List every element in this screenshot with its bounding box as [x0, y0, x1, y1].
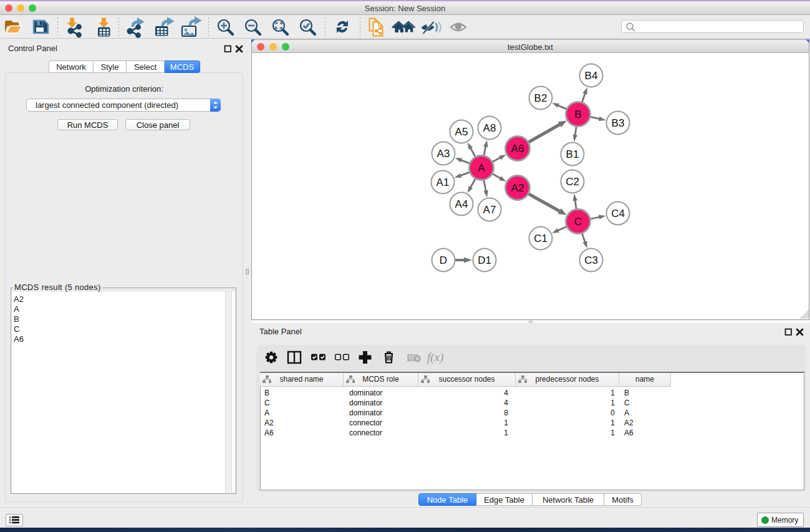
svg-text:A5: A5	[455, 126, 468, 138]
svg-text:A3: A3	[437, 148, 450, 160]
svg-text:A8: A8	[483, 122, 496, 134]
svg-text:A6: A6	[511, 143, 524, 155]
svg-text:B2: B2	[534, 92, 547, 104]
svg-text:B1: B1	[566, 148, 579, 160]
svg-text:B: B	[574, 109, 581, 120]
svg-text:C2: C2	[566, 176, 579, 188]
svg-text:C4: C4	[611, 208, 625, 220]
svg-text:D: D	[440, 254, 447, 266]
svg-text:C1: C1	[534, 233, 547, 244]
svg-text:A: A	[478, 162, 485, 174]
svg-text:A1: A1	[436, 177, 450, 188]
svg-text:C: C	[574, 216, 582, 228]
svg-text:D1: D1	[478, 254, 491, 266]
svg-text:B4: B4	[585, 70, 598, 82]
svg-text:B3: B3	[612, 117, 625, 129]
svg-text:C3: C3	[584, 254, 598, 266]
svg-text:A2: A2	[511, 182, 524, 194]
svg-text:A4: A4	[455, 198, 468, 210]
svg-text:A7: A7	[483, 204, 496, 216]
svg-text:f(x): f(x)	[427, 351, 443, 364]
